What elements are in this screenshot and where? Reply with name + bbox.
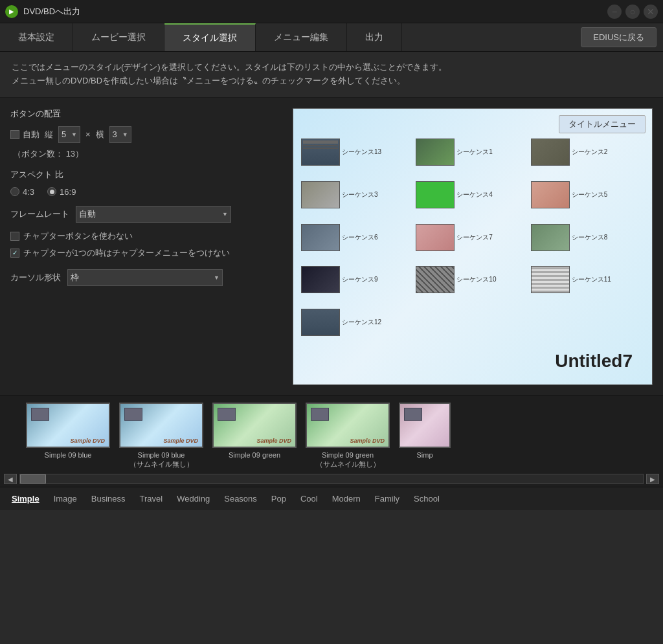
- thumb-mini-img-1: [124, 408, 142, 421]
- thumb-card-label-4: Simp: [416, 450, 433, 460]
- auto-checkbox-wrap[interactable]: 自動: [10, 129, 39, 140]
- thumb-item-10: シーケンス10: [416, 259, 529, 300]
- app-icon: ▶: [5, 5, 18, 18]
- chapter-single-checkbox[interactable]: ✓: [10, 249, 19, 258]
- vertical-select-wrap[interactable]: 5 1234 678: [58, 126, 80, 143]
- thumb-card-0[interactable]: Sample DVD Simple 09 blue: [26, 403, 110, 469]
- auto-layout-row: 自動 縦 5 1234 678 × 横 3 1245: [10, 126, 282, 143]
- description-area: ここではメニューのスタイル(デザイン)を選択してください。スタイルは下のリストの…: [0, 52, 663, 98]
- preview-project-name: Untitled7: [555, 351, 633, 372]
- framerate-select[interactable]: 自動 23.9762529.9759.94: [76, 206, 231, 223]
- thumb-img-9: [301, 266, 340, 293]
- aspect-43-item[interactable]: 4:3: [10, 187, 34, 197]
- minimize-button[interactable]: −: [607, 5, 622, 19]
- cat-tab-business[interactable]: Business: [89, 493, 128, 505]
- window-controls: − ○ ✕: [607, 5, 658, 19]
- chapter-single-row: ✓ チャプターが1つの時はチャプターメニューをつけない: [10, 247, 282, 259]
- aspect-section: アスペクト 比 4:3 16:9: [10, 169, 282, 197]
- framerate-row: フレームレート 自動 23.9762529.9759.94: [10, 206, 282, 223]
- auto-checkbox[interactable]: [10, 130, 19, 139]
- thumb-strip-area: Sample DVD Simple 09 blue Sample DVD Sim…: [0, 395, 663, 472]
- cursor-label: カーソル形状: [10, 272, 61, 283]
- tab-basic[interactable]: 基本設定: [0, 23, 73, 51]
- scroll-strip: ◀ ▶: [0, 471, 663, 487]
- thumb-card-3[interactable]: Sample DVD Simple 09 green（サムネイル無し）: [306, 403, 390, 469]
- thumb-card-2[interactable]: Sample DVD Simple 09 green: [212, 403, 297, 469]
- thumb-label-2: シーケンス2: [572, 148, 608, 157]
- vertical-select[interactable]: 5 1234 678: [58, 126, 80, 143]
- aspect-169-radio[interactable]: [47, 187, 56, 196]
- chapter-no-btn-checkbox[interactable]: [10, 232, 19, 241]
- thumb-card-1[interactable]: Sample DVD Simple 09 blue（サムネイル無し）: [119, 403, 203, 469]
- thumb-label-4: シーケンス4: [456, 190, 493, 199]
- thumb-label-7: シーケンス7: [456, 233, 493, 242]
- preview-title-text: タイトルメニュー: [568, 119, 636, 129]
- tab-movie[interactable]: ムービー選択: [73, 23, 164, 51]
- horizontal-select[interactable]: 3 1245: [109, 126, 131, 143]
- thumb-img-5: [531, 181, 570, 208]
- edius-back-button[interactable]: EDIUSに戻る: [581, 27, 657, 47]
- framerate-label: フレームレート: [10, 208, 69, 220]
- thumb-card-label-3: Simple 09 green（サムネイル無し）: [316, 450, 380, 469]
- tab-output[interactable]: 出力: [347, 23, 402, 51]
- thumb-label-5: シーケンス5: [572, 190, 608, 199]
- cat-tab-seasons[interactable]: Seasons: [221, 493, 260, 505]
- sample-dvd-label-3: Sample DVD: [350, 438, 385, 444]
- scroll-left-arrow[interactable]: ◀: [4, 474, 17, 484]
- horizontal-select-wrap[interactable]: 3 1245: [109, 126, 131, 143]
- framerate-select-wrap[interactable]: 自動 23.9762529.9759.94: [76, 206, 231, 223]
- aspect-169-label: 16:9: [60, 187, 76, 197]
- description-line2: メニュー無しのDVD/BDを作成したい場合は〝メニューをつける〟のチェックマーク…: [12, 74, 651, 88]
- aspect-169-radio-fill: [50, 190, 54, 194]
- cursor-row: カーソル形状 枠 矢印指十字: [10, 269, 282, 286]
- thumb-item-7: シーケンス7: [416, 217, 529, 258]
- thumb-card-4[interactable]: Simp: [399, 403, 451, 469]
- button-count-value: 13）: [66, 149, 84, 159]
- thumb-item-2: シーケンス2: [531, 132, 644, 173]
- thumb-item-12: シーケンス12: [301, 302, 414, 343]
- window-title: DVD/BDへ出力: [23, 6, 80, 17]
- cat-tab-pop[interactable]: Pop: [269, 493, 289, 505]
- cat-tab-travel[interactable]: Travel: [137, 493, 166, 505]
- tab-style[interactable]: スタイル選択: [164, 23, 256, 51]
- aspect-169-item[interactable]: 16:9: [47, 187, 76, 197]
- thumb-label-12: シーケンス12: [342, 318, 381, 327]
- thumb-card-label-2: Simple 09 green: [229, 450, 280, 460]
- tab-spacer: [402, 23, 574, 51]
- cursor-select[interactable]: 枠 矢印指十字: [67, 269, 223, 286]
- scroll-right-arrow[interactable]: ▶: [646, 474, 659, 484]
- thumb-img-13: [301, 139, 340, 166]
- vertical-label: 縦: [45, 129, 53, 140]
- thumb-img-3: [301, 181, 340, 208]
- sample-dvd-label-1: Sample DVD: [163, 438, 198, 444]
- thumb-img-1: [416, 139, 455, 166]
- cat-tab-simple[interactable]: Simple: [9, 493, 42, 505]
- thumb-card-img-4: [399, 403, 451, 448]
- thumb-card-img-1: Sample DVD: [119, 403, 203, 448]
- thumb-item-13: シーケンス13: [301, 132, 414, 173]
- cat-tab-wedding[interactable]: Wedding: [174, 493, 212, 505]
- thumb-img-10: [416, 266, 455, 293]
- scroll-thumb[interactable]: [20, 474, 46, 483]
- cat-tab-modern[interactable]: Modern: [330, 493, 363, 505]
- cat-tab-family[interactable]: Family: [372, 493, 402, 505]
- cat-tab-image[interactable]: Image: [51, 493, 80, 505]
- aspect-43-radio[interactable]: [10, 187, 19, 196]
- cursor-select-wrap[interactable]: 枠 矢印指十字: [67, 269, 223, 286]
- thumb-mini-img-0: [31, 408, 49, 421]
- thumb-label-1: シーケンス1: [456, 148, 493, 157]
- tab-menu-edit[interactable]: メニュー編集: [256, 23, 347, 51]
- thumb-item-5: シーケンス5: [531, 174, 644, 216]
- cat-tab-cool[interactable]: Cool: [298, 493, 320, 505]
- thumb-img-7: [416, 224, 455, 251]
- chapter-no-btn-row: チャプターボタンを使わない: [10, 230, 282, 242]
- scroll-track[interactable]: [19, 474, 644, 484]
- thumb-img-11: [531, 266, 570, 293]
- cat-tab-school[interactable]: School: [411, 493, 442, 505]
- maximize-button[interactable]: ○: [625, 5, 640, 19]
- close-button[interactable]: ✕: [644, 5, 658, 19]
- thumb-item-11: シーケンス11: [531, 259, 644, 300]
- thumb-card-img-2: Sample DVD: [212, 403, 297, 448]
- thumb-label-9: シーケンス9: [342, 275, 378, 284]
- auto-label: 自動: [23, 129, 39, 140]
